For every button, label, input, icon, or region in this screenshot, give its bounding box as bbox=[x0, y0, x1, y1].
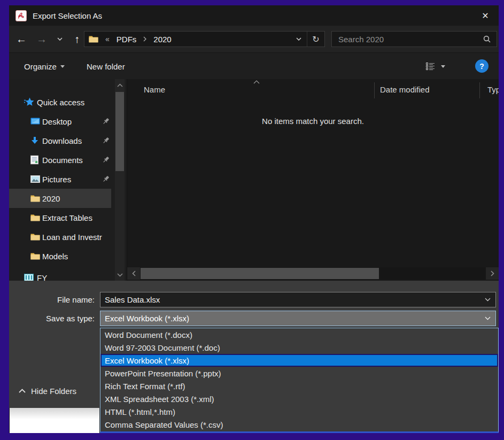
sidebar-item-documents[interactable]: Documents bbox=[9, 150, 111, 169]
sidebar-item-label: 2020 bbox=[42, 194, 60, 203]
dropdown-option-word-doc[interactable]: Word 97-2003 Document (*.doc) bbox=[100, 341, 498, 354]
empty-list-message: No items match your search. bbox=[127, 117, 499, 126]
file-name-input[interactable]: Sales Data.xlsx bbox=[100, 292, 496, 307]
dropdown-option-rtf[interactable]: Rich Text Format (*.rtf) bbox=[100, 380, 498, 393]
pin-icon bbox=[102, 175, 110, 183]
desktop-icon bbox=[30, 118, 40, 126]
view-options-button[interactable] bbox=[426, 58, 445, 74]
chevron-up-icon bbox=[19, 389, 26, 393]
sidebar-item-label: Pictures bbox=[42, 175, 71, 184]
export-dialog-window: Export Selection As ✕ ← → ↑ « PDFs 2020 bbox=[9, 5, 499, 433]
search-input[interactable]: Search 2020 bbox=[331, 31, 497, 47]
breadcrumb-item-2020[interactable]: 2020 bbox=[153, 35, 171, 44]
library-icon bbox=[24, 274, 34, 281]
sidebar-item-loan-and-investments[interactable]: Loan and Investr bbox=[9, 227, 111, 246]
sidebar-item-2020[interactable]: 2020 bbox=[9, 189, 111, 208]
dropdown-option-word-docx[interactable]: Word Document (*.docx) bbox=[100, 328, 498, 341]
forward-icon: → bbox=[33, 30, 51, 48]
dropdown-option-csv[interactable]: Comma Separated Values (*.csv) bbox=[100, 419, 498, 431]
sidebar-item-label: FY bbox=[37, 273, 47, 281]
command-toolbar: Organize New folder ? bbox=[9, 52, 499, 79]
content-area: Quick access Desktop Downloads bbox=[9, 79, 499, 281]
address-dropdown-chevron-icon[interactable] bbox=[291, 32, 307, 47]
breadcrumb-item-pdfs[interactable]: PDFs bbox=[117, 35, 137, 44]
breadcrumb-separator-icon bbox=[143, 36, 146, 42]
scroll-down-icon[interactable] bbox=[115, 270, 125, 280]
file-name-label: File name: bbox=[9, 292, 95, 307]
column-divider[interactable] bbox=[374, 82, 375, 98]
folder-icon bbox=[30, 252, 40, 260]
file-name-chevron-icon[interactable] bbox=[485, 298, 491, 302]
navigation-bar: ← → ↑ « PDFs 2020 ↻ Search 2 bbox=[9, 26, 499, 52]
document-icon bbox=[30, 156, 38, 165]
recent-locations-chevron-icon[interactable] bbox=[53, 30, 67, 48]
dropdown-option-excel-xlsx[interactable]: Excel Workbook (*.xlsx) bbox=[100, 354, 498, 367]
organize-label: Organize bbox=[24, 62, 57, 71]
window-title: Export Selection As bbox=[33, 11, 102, 20]
breadcrumb-overflow-chevron[interactable]: « bbox=[105, 35, 110, 43]
background-app-surface bbox=[10, 408, 99, 433]
hide-folders-button[interactable]: Hide Folders bbox=[19, 384, 76, 397]
acrobat-app-icon bbox=[15, 10, 27, 21]
sidebar-item-fy[interactable]: FY bbox=[9, 268, 111, 281]
column-header-type[interactable]: Typ bbox=[487, 85, 499, 94]
quick-access-star-icon bbox=[24, 97, 35, 107]
folder-icon bbox=[30, 233, 40, 241]
pin-icon bbox=[102, 117, 110, 126]
up-icon[interactable]: ↑ bbox=[68, 30, 86, 48]
dropdown-option-powerpoint-pptx[interactable]: PowerPoint Presentation (*.pptx) bbox=[100, 367, 498, 380]
title-bar: Export Selection As ✕ bbox=[9, 5, 499, 26]
column-header-name[interactable]: Name bbox=[144, 85, 165, 94]
sidebar-item-models[interactable]: Models bbox=[9, 246, 111, 266]
scroll-left-icon[interactable] bbox=[127, 267, 140, 280]
hide-folders-label: Hide Folders bbox=[31, 387, 76, 396]
file-type-dropdown-list: Word Document (*.docx) Word 97-2003 Docu… bbox=[100, 328, 499, 433]
organize-caret-icon bbox=[60, 65, 65, 68]
pin-icon bbox=[102, 156, 110, 164]
sidebar-item-pictures[interactable]: Pictures bbox=[9, 169, 111, 189]
download-icon bbox=[30, 137, 39, 145]
folder-icon bbox=[30, 195, 40, 202]
sidebar-item-label: Documents bbox=[42, 156, 83, 165]
save-as-type-label: Save as type: bbox=[9, 311, 95, 326]
scroll-up-icon[interactable] bbox=[115, 80, 125, 90]
sidebar-item-quick-access[interactable]: Quick access bbox=[9, 92, 111, 112]
sidebar-item-label: Extract Tables bbox=[42, 213, 92, 222]
address-bar[interactable]: « PDFs 2020 ↻ bbox=[84, 31, 325, 47]
new-folder-label: New folder bbox=[87, 62, 125, 71]
dropdown-option-xml[interactable]: XML Spreadsheet 2003 (*.xml) bbox=[100, 393, 498, 406]
sort-ascending-icon bbox=[253, 80, 260, 84]
search-placeholder: Search 2020 bbox=[338, 35, 483, 44]
sidebar-item-label: Loan and Investr bbox=[42, 233, 102, 242]
sidebar-item-label: Quick access bbox=[37, 98, 84, 107]
pin-icon bbox=[102, 136, 110, 145]
close-icon[interactable]: ✕ bbox=[475, 7, 495, 24]
scroll-right-icon[interactable] bbox=[486, 267, 499, 280]
new-folder-button[interactable]: New folder bbox=[87, 53, 125, 80]
horizontal-scrollbar[interactable] bbox=[127, 267, 499, 280]
column-divider[interactable] bbox=[479, 82, 480, 98]
folder-icon bbox=[89, 35, 98, 43]
sidebar-item-desktop[interactable]: Desktop bbox=[9, 112, 111, 131]
sidebar-item-extract-tables[interactable]: Extract Tables bbox=[9, 208, 111, 227]
column-header-date-modified[interactable]: Date modified bbox=[380, 85, 430, 94]
back-icon[interactable]: ← bbox=[12, 30, 30, 48]
navigation-pane: Quick access Desktop Downloads bbox=[9, 79, 127, 281]
save-as-type-combobox[interactable]: Excel Workbook (*.xlsx) bbox=[100, 311, 496, 326]
view-options-caret-icon bbox=[441, 65, 445, 68]
refresh-icon[interactable]: ↻ bbox=[307, 32, 324, 47]
file-name-value: Sales Data.xlsx bbox=[105, 295, 160, 304]
details-view-icon bbox=[426, 63, 435, 71]
help-button[interactable]: ? bbox=[475, 59, 489, 73]
sidebar-item-downloads[interactable]: Downloads bbox=[9, 131, 111, 150]
folder-icon bbox=[30, 214, 40, 221]
sidebar-scrollbar[interactable] bbox=[115, 79, 125, 281]
horizontal-scrollbar-thumb[interactable] bbox=[141, 268, 379, 279]
save-as-type-chevron-icon[interactable] bbox=[485, 317, 491, 320]
sidebar-item-label: Models bbox=[42, 252, 68, 261]
pictures-icon bbox=[30, 175, 40, 183]
search-icon[interactable] bbox=[483, 35, 491, 43]
organize-button[interactable]: Organize bbox=[24, 53, 65, 80]
dropdown-option-html[interactable]: HTML (*.html,*.htm) bbox=[100, 406, 498, 419]
sidebar-scrollbar-thumb[interactable] bbox=[115, 92, 124, 171]
